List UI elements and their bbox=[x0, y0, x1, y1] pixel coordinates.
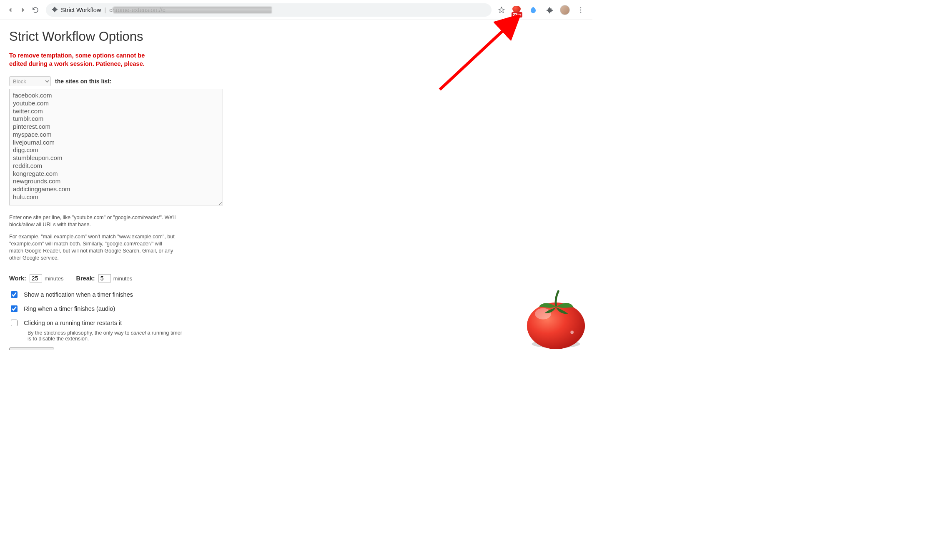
timer-badge: 23m bbox=[512, 12, 522, 18]
restart-label: Clicking on a running timer restarts it bbox=[24, 320, 122, 326]
page-title: Strict Workflow Options bbox=[9, 29, 583, 44]
omnibox-separator: | bbox=[104, 7, 106, 13]
svg-point-7 bbox=[570, 331, 574, 334]
svg-point-1 bbox=[580, 9, 581, 10]
tomato-illustration bbox=[524, 290, 588, 350]
svg-point-5 bbox=[527, 302, 585, 349]
save-button[interactable]: Save changes bbox=[9, 348, 54, 350]
omnibox-url: chrome-extension://c bbox=[109, 7, 166, 13]
break-minutes-label: minutes bbox=[113, 275, 133, 282]
session-locked-note: To remove temptation, some options canno… bbox=[9, 52, 163, 68]
svg-point-0 bbox=[580, 7, 581, 8]
site-mode-select[interactable]: Block bbox=[9, 76, 51, 86]
ring-label: Ring when a timer finishes (audio) bbox=[24, 305, 115, 312]
strict-workflow-extension-icon[interactable]: 23m bbox=[512, 4, 523, 16]
url-redaction bbox=[113, 7, 272, 13]
break-minutes-input[interactable] bbox=[98, 274, 111, 282]
omnibox-title: Strict Workflow bbox=[61, 7, 101, 13]
work-minutes-label: minutes bbox=[45, 275, 64, 282]
restart-subnote: By the strictness philosophy, the only w… bbox=[28, 330, 186, 342]
profile-avatar[interactable] bbox=[559, 4, 571, 16]
ring-checkbox[interactable] bbox=[11, 305, 18, 312]
help-paragraph-1: Enter one site per line, like "youtube.c… bbox=[9, 214, 176, 228]
restart-checkbox[interactable] bbox=[11, 320, 18, 326]
browser-toolbar: Strict Workflow | chrome-extension://c 2… bbox=[0, 0, 592, 20]
browser-menu-icon[interactable] bbox=[575, 4, 587, 16]
break-label: Break: bbox=[76, 275, 95, 282]
options-page: Strict Workflow Options To remove tempta… bbox=[0, 20, 592, 350]
notify-checkbox[interactable] bbox=[11, 291, 18, 298]
help-paragraph-2: For example, "mail.example.com" won't ma… bbox=[9, 233, 176, 262]
nav-forward-button[interactable] bbox=[17, 4, 29, 16]
work-label: Work: bbox=[9, 275, 26, 282]
sites-list-textarea[interactable] bbox=[9, 89, 223, 205]
nav-reload-button[interactable] bbox=[29, 4, 42, 16]
bookmark-star-icon[interactable] bbox=[496, 4, 507, 16]
extension-icon bbox=[51, 6, 58, 14]
svg-point-6 bbox=[535, 308, 551, 319]
site-mode-label: the sites on this list: bbox=[55, 78, 111, 85]
extensions-menu-icon[interactable] bbox=[543, 4, 555, 16]
svg-point-2 bbox=[580, 12, 581, 12]
address-bar[interactable]: Strict Workflow | chrome-extension://c bbox=[46, 3, 492, 17]
work-minutes-input[interactable] bbox=[30, 274, 42, 282]
nav-back-button[interactable] bbox=[4, 4, 17, 16]
secondary-extension-icon[interactable] bbox=[527, 4, 539, 16]
notify-label: Show a notification when a timer finishe… bbox=[24, 291, 133, 298]
